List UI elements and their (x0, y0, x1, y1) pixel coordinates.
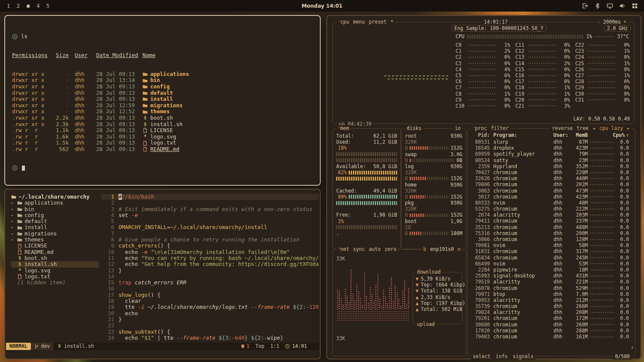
process-row[interactable]: 79201chromiumdhh172M0.0 (471, 315, 629, 321)
file-name: config (150, 84, 170, 90)
process-row[interactable]: 53275chromiumdhh222M0.0 (471, 206, 629, 212)
prompt-line-empty[interactable] (12, 165, 320, 172)
proc-col-user[interactable]: User: (553, 132, 569, 138)
process-row[interactable]: 70427chromiumdhh228M0.0 (471, 169, 629, 175)
process-row[interactable]: 79824alacrittydhh208M0.0 (471, 309, 629, 315)
tree-item-logo.txt[interactable]: logo.txt (11, 274, 107, 280)
process-row[interactable]: 79411chromiumdhh237M0.0 (471, 218, 629, 224)
zero-toggle[interactable]: zero (385, 246, 397, 252)
btop-window[interactable]: ¹cpu menu preset * 14:01:17 - 2000ms + E… (326, 15, 641, 359)
proc-program: chromium (493, 248, 553, 254)
process-row[interactable]: 75316chromiumdhh200M0.0 (471, 230, 629, 236)
process-row[interactable]: 69959spotify_playerdhh79M0.0 (471, 151, 629, 157)
proc-col-mem[interactable]: MemB (569, 132, 588, 138)
tree-item-themes[interactable]: ▸themes (11, 237, 107, 243)
menu-button[interactable]: menu (353, 19, 365, 25)
proc-col-program[interactable]: Program: (493, 132, 553, 138)
process-row[interactable]: 16545dropboxdhh423M0.0 (471, 145, 629, 151)
process-row[interactable]: 25213chromiumdhh488M0.0 (471, 224, 629, 230)
process-row[interactable]: 79971btopdhh7.0M0.0 (471, 291, 629, 297)
tree-toggle[interactable]: tree (577, 125, 589, 131)
sync-toggle[interactable]: sync (353, 246, 365, 252)
process-row[interactable]: 35739chromiumdhh266M0.0 (471, 303, 629, 309)
proc-pid: 35739 (471, 303, 490, 309)
process-row[interactable]: 79953alacrittydhh212M0.0 (471, 297, 629, 303)
proc-user: dhh (553, 297, 569, 303)
name-cell: config (143, 84, 170, 90)
process-row[interactable]: 3066chromiumdhh128M0.0 (471, 236, 629, 242)
tree-item-readme.md[interactable]: README.md (11, 249, 107, 255)
process-row[interactable]: 2284pipewiredhh18M0.0 (471, 267, 629, 273)
tree-item-bin[interactable]: ▸bin (11, 206, 107, 212)
process-row[interactable]: 26078chromiumdhh529M0.0 (471, 285, 629, 291)
process-row[interactable]: 80531slurpdhh87M0.0 (471, 139, 629, 145)
proc-col-pid[interactable]: Pid: (471, 132, 490, 138)
cpu-model: Eng Sample: 100-000001243-50_Y (451, 25, 547, 32)
filter-button[interactable]: filter (491, 125, 509, 131)
file-name: README.md (150, 146, 179, 153)
tree-item-applications[interactable]: ▸applications (11, 200, 107, 206)
tree-item-logo.svg[interactable]: *logo.svg (11, 268, 107, 274)
process-row[interactable]: 3063chromiumdhh473M0.0 (471, 188, 629, 194)
iface-next-button[interactable]: n (458, 246, 461, 252)
apps-grid-icon[interactable] (632, 3, 638, 9)
process-row[interactable]: 3017chromiumdhh423M0.0 (471, 194, 629, 200)
core-percent: 0% (498, 84, 510, 90)
proc-pid: 2359 (471, 163, 490, 169)
tree-item-boot.sh[interactable]: $boot.sh (11, 255, 107, 261)
auto-toggle[interactable]: auto (369, 246, 381, 252)
sort-prev-button[interactable]: ◂ (592, 125, 595, 131)
process-row[interactable]: 79403chromiumdhh161M0.0 (471, 334, 629, 340)
interval-plus-button[interactable]: + (623, 19, 626, 25)
tree-item-config[interactable]: ▸config (11, 212, 107, 218)
info-button[interactable]: info (496, 353, 508, 359)
tree-item-default[interactable]: ▸default (11, 218, 107, 224)
proc-cpu-graph (590, 190, 614, 191)
core-percent: 2% (498, 48, 510, 54)
proc-cpu-graph (590, 281, 614, 283)
process-row[interactable]: 30680chromiumdhh260M0.0 (471, 322, 629, 328)
proc-user: dhh (553, 224, 569, 230)
bluetooth-icon[interactable] (594, 3, 601, 9)
logout-icon[interactable] (582, 3, 588, 9)
proc-col-cpu[interactable]: Cpu% (613, 132, 625, 138)
permissions-cell: drwxr xr x (12, 71, 52, 78)
sort-next-button[interactable]: ▸ (627, 125, 630, 131)
signals-button[interactable]: signals (513, 353, 533, 359)
tree-item-migrations[interactable]: ▸migrations (11, 231, 107, 237)
process-row[interactable]: 31031chromiumdhh317M0.0 (471, 248, 629, 254)
process-row[interactable]: 2674alacrittydhh203M0.0 (471, 212, 629, 218)
process-row[interactable]: 2359Hyprlanddhh352M0.0 (471, 163, 629, 169)
process-row[interactable]: 66499nvimdhh53M0.0 (471, 261, 629, 267)
tree-root[interactable]: ~/.local/share/omarchy (11, 194, 107, 200)
process-row[interactable]: 25993signal-desktopdhh431M0.0 (471, 273, 629, 279)
net-graph-column (381, 305, 382, 310)
tree-item--1-hidden-item-[interactable]: (1 hidden item) (11, 280, 107, 286)
process-row[interactable]: 32626chromiumdhh440M0.0 (471, 175, 629, 181)
editor-pane[interactable]: 1#!/bin/bash23# Exit immediately if a co… (101, 194, 319, 341)
preset-button[interactable]: preset (369, 19, 387, 25)
scroll-down-icon[interactable]: ↓ (631, 344, 634, 350)
process-row[interactable]: 70081nvimdhh58M0.0 (471, 242, 629, 248)
process-row[interactable]: 65834chromiumdhh245M0.0 (471, 255, 629, 261)
reverse-toggle[interactable]: reverse (552, 125, 573, 131)
process-row[interactable]: 17020chromiumdhh288M0.0 (471, 328, 629, 334)
display-icon[interactable] (607, 3, 613, 9)
code-text: echo "$1" | tte --frame-rate ${3:-640} $… (118, 335, 283, 341)
interval-minus-button[interactable]: - (598, 19, 601, 25)
volume-icon[interactable] (619, 3, 626, 9)
process-row[interactable]: 80524sattydhh23M0.0 (471, 157, 629, 163)
io-toggle[interactable]: io (453, 125, 462, 131)
proc-user: dhh (553, 175, 569, 181)
chevron-right-icon: ▸ (11, 206, 15, 212)
nvim-window[interactable]: ~/.local/share/omarchy▸applications▸bin▸… (4, 189, 321, 359)
process-row[interactable]: 79519alacrittydhh221M0.0 (471, 279, 629, 285)
process-row[interactable]: 80333nvimdhh48M0.0 (471, 200, 629, 206)
select-button[interactable]: select (473, 353, 491, 359)
tree-item-install[interactable]: ▸install (11, 224, 107, 230)
tree-item-install.sh[interactable]: $install.sh (11, 261, 99, 267)
tree-item-license[interactable]: LICENSE (11, 243, 107, 249)
iface-prev-button[interactable]: b (423, 246, 426, 252)
process-row[interactable]: 79806chromiumdhh202M0.0 (471, 181, 629, 187)
terminal-window-ls[interactable]: ls Permissions Size User Date Modified N… (4, 15, 321, 186)
